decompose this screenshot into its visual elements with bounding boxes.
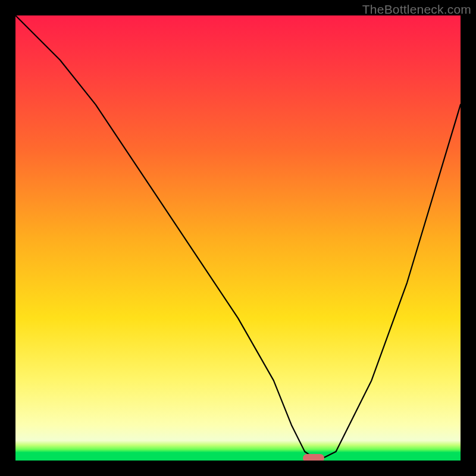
plot-area <box>15 15 461 461</box>
optimal-marker <box>303 454 324 461</box>
watermark-label: TheBottleneck.com <box>362 2 471 17</box>
bottleneck-curve <box>15 15 461 461</box>
chart-frame: TheBottleneck.com <box>0 0 476 476</box>
